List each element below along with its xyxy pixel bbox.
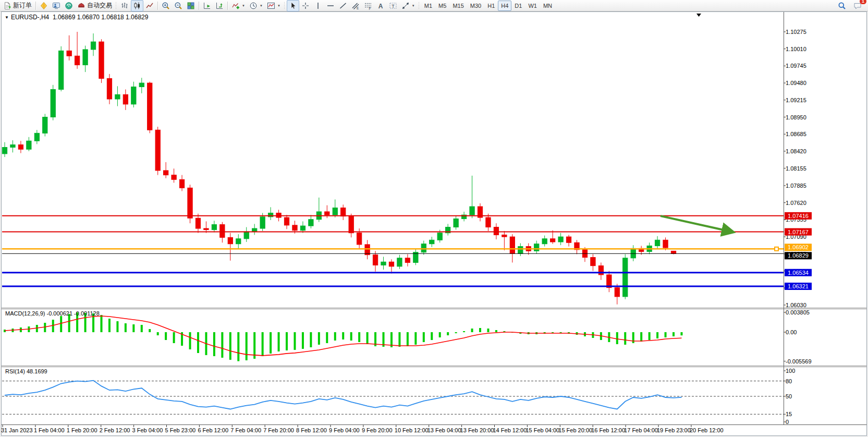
candle-body (558, 237, 563, 242)
price-line-label: 1.07167 (788, 229, 809, 235)
candle-body (172, 175, 176, 180)
time-tick-label: 13 Feb 04:00 (427, 427, 461, 433)
candle-body (510, 237, 515, 253)
price-tick-label: 1.08420 (786, 148, 806, 154)
candle-body (397, 258, 402, 266)
candle-body (631, 248, 635, 258)
time-tick-label: 3 Feb 04:00 (132, 427, 163, 433)
candle-body (204, 228, 209, 229)
rsi-indicator-label: RSI(14) 48.1699 (5, 368, 47, 374)
candle-body (27, 141, 31, 149)
chart-dropdown-icon[interactable]: ▼ (5, 15, 9, 20)
price-tick-label: 1.08685 (786, 131, 806, 137)
candle-body (59, 51, 64, 89)
candle-body (83, 50, 88, 65)
candle-body (381, 262, 386, 265)
price-tick-label: 1.09480 (786, 80, 806, 86)
time-tick-label: 15 Feb 04:00 (525, 427, 559, 433)
macd-indicator-label: MACD(12,26,9) -0.000621 -0.001128 (5, 310, 100, 317)
time-tick-label: 9 Feb 20:00 (362, 427, 393, 433)
time-tick-label: 6 Feb 12:00 (198, 427, 228, 433)
candle-body (284, 217, 289, 225)
rsi-tick-label: 100 (786, 368, 795, 374)
time-tick-label: 8 Feb 12:00 (296, 427, 327, 433)
time-tick-label: 14 Feb 12:00 (493, 427, 527, 433)
candle-body (139, 83, 144, 87)
price-line-label: 1.06829 (788, 252, 809, 259)
rsi-name: RSI(14) (5, 368, 25, 374)
chart-symbol-period: EURUSD-,H4 (11, 14, 49, 21)
candle-body (212, 225, 216, 230)
time-tick-label: 17 Feb 04:00 (624, 427, 658, 433)
candle-body (550, 239, 555, 242)
candle-body (91, 42, 95, 50)
price-tick-label: 1.08155 (786, 165, 806, 172)
candle-body (244, 232, 249, 239)
time-tick-label: 15 Feb 20:00 (558, 427, 592, 433)
macd-tick-label: 0.003805 (786, 309, 810, 315)
candle-body (566, 237, 571, 242)
candle-body (195, 218, 200, 228)
candle-body (486, 217, 491, 227)
candle-body (220, 225, 225, 238)
candle-body (373, 255, 377, 265)
time-tick-label: 5 Feb 23:00 (165, 427, 196, 433)
candle-body (518, 247, 523, 254)
candle-body (598, 266, 603, 275)
candle-body (333, 208, 337, 215)
chart-canvas[interactable]: 1.102751.100101.097451.094801.092151.089… (0, 0, 868, 437)
candle-body (300, 226, 305, 230)
candle-body (131, 87, 136, 104)
price-tick-label: 1.07620 (786, 200, 806, 206)
candle-body (615, 288, 619, 297)
candle-body (349, 216, 353, 233)
time-tick-label: 16 Feb 12:00 (591, 427, 625, 433)
candle-body (357, 233, 362, 245)
candle-body (591, 258, 595, 266)
candle-body (99, 42, 104, 78)
candle-body (107, 78, 112, 99)
candle-body (188, 188, 192, 218)
line-handle[interactable] (775, 247, 778, 251)
candle-body (534, 244, 539, 251)
price-line-label: 1.06534 (788, 270, 809, 276)
macd-tick-label: 0.00 (786, 329, 797, 335)
candle-body (164, 171, 168, 175)
price-line-label: 1.06321 (788, 283, 809, 289)
rsi-value: 48.1699 (27, 368, 47, 374)
price-tick-label: 1.09745 (786, 63, 806, 69)
candle-body (276, 213, 281, 217)
candle-body (454, 219, 458, 227)
candle-body (75, 56, 79, 65)
macd-tick-label: -0.005569 (786, 358, 812, 365)
candle-body (2, 148, 7, 154)
candle-body (430, 240, 434, 244)
rsi-tick-label: 80 (786, 378, 792, 384)
candle-body (43, 117, 47, 133)
rsi-tick-label: 15 (786, 411, 792, 417)
candle-body (437, 233, 442, 240)
time-tick-label: 19 Feb 23:00 (657, 427, 691, 433)
candle-body (155, 130, 160, 171)
macd-name: MACD(12,26,9) (5, 310, 45, 317)
candle-body (228, 237, 233, 244)
time-tick-label: 1 Feb 04:00 (34, 427, 65, 433)
candle-body (655, 240, 659, 246)
time-tick-label: 9 Feb 04:00 (329, 427, 360, 433)
chart-window-frame (2, 12, 867, 436)
candle-body (252, 228, 257, 232)
candle-body (341, 208, 346, 216)
candle-body (502, 235, 507, 237)
price-tick-label: 1.09215 (786, 97, 806, 103)
time-tick-label: 20 Feb 12:00 (690, 427, 724, 433)
candle-body (51, 89, 55, 117)
chart-title-bar: ▼EURUSD-,H4 1.06869 1.06870 1.06818 1.06… (5, 14, 148, 21)
candle-body (542, 239, 547, 244)
macd-main-value: -0.000621 (46, 310, 72, 317)
price-tick-label: 1.07885 (786, 183, 806, 189)
candle-body (623, 258, 628, 297)
time-tick-label: 1 Feb 20:00 (67, 427, 97, 433)
candle-body (34, 133, 39, 141)
candle-body (179, 179, 184, 188)
time-tick-label: 7 Feb 04:00 (230, 427, 261, 433)
